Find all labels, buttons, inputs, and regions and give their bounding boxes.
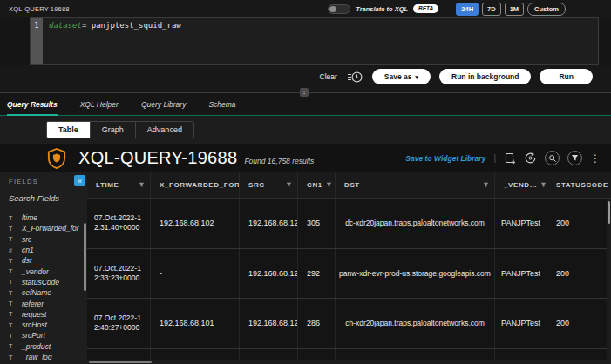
field-type-icon: T [9, 300, 16, 307]
search-results-icon[interactable] [545, 151, 560, 165]
time-range-24h-button[interactable]: 24H [456, 3, 479, 16]
run-in-background-button[interactable]: Run in background [439, 69, 531, 84]
column-header-dst[interactable]: DST [336, 172, 495, 198]
cell-statuscode: 200 [547, 199, 611, 248]
cell-ltime: 07.Oct.2022-12:31:40+0000 [87, 199, 151, 248]
export-icon[interactable] [504, 152, 516, 165]
column-header-ltime[interactable]: LTIME [87, 172, 151, 198]
editor-code-line[interactable]: dataset= panjptest_squid_raw [43, 18, 598, 64]
field-type-icon: T [9, 333, 16, 339]
results-header-actions: Save to Widget Library | [405, 151, 611, 165]
query-history-icon[interactable] [346, 71, 363, 84]
table-row[interactable] [87, 349, 611, 361]
translate-to-xql-label: Translate to XQL [356, 5, 408, 13]
field-item-request[interactable]: Trequest [9, 309, 87, 320]
column-header-x-forwarded-for[interactable]: X_FORWARDED_FOR [151, 172, 240, 198]
tab-query-results[interactable]: Query Results [7, 93, 58, 115]
tab-xql-helper[interactable]: XQL Helper [80, 93, 119, 115]
table-row[interactable]: 07.Oct.2022-12:40:27+0000 192.168.68.101… [87, 299, 611, 349]
view-table-button[interactable]: Table [47, 122, 91, 138]
cell-vendor: PANJPTest [495, 249, 547, 299]
results-query-title: XQL-QUERY-19688 [78, 148, 237, 168]
field-item-cefname[interactable]: TcefName [9, 287, 87, 298]
results-header: XQL-QUERY-19688 Found 16,758 results Sav… [0, 144, 611, 172]
run-button[interactable]: Run [540, 69, 593, 84]
splitter-drag-handle-icon[interactable]: ↕ [300, 88, 309, 97]
xql-query-editor[interactable]: 1 dataset= panjptest_squid_raw [30, 17, 599, 65]
filter-icon[interactable] [286, 182, 292, 188]
top-bar: XQL-QUERY-19688 Translate to XQL BETA 24… [0, 0, 611, 17]
table-vertical-scrollbar[interactable] [607, 199, 611, 360]
code-value: panjptest_squid_raw [92, 21, 181, 30]
filter-icon[interactable] [483, 182, 489, 188]
view-advanced-button[interactable]: Advanced [136, 122, 193, 138]
cell-ltime: 07.Oct.2022-12:40:27+0000 [87, 299, 151, 348]
cell-ltime: 07.Oct.2022-12:33:23+0000 [87, 249, 151, 299]
beta-badge: BETA [413, 4, 438, 13]
scrollbar-thumb[interactable] [608, 201, 610, 224]
more-options-icon[interactable]: ⋮ [590, 152, 601, 165]
filter-icon[interactable] [326, 182, 332, 188]
tab-schema[interactable]: Schema [208, 93, 235, 115]
cell-x-forwarded-for: 192.168.68.101 [151, 299, 240, 348]
table-row[interactable]: 07.Oct.2022-12:33:23+0000 - 192.168.68.1… [87, 249, 611, 300]
cell-vendor: PANJPTest [495, 299, 547, 348]
cell-cn1: 286 [298, 299, 336, 348]
time-range-7d-button[interactable]: 7D [482, 3, 501, 16]
field-item-cn1[interactable]: #cn1 [9, 245, 87, 255]
cell-dst: dc-xdr20japan.traps.paloaltonetworks.com [336, 199, 495, 248]
collapse-fields-icon[interactable]: « [74, 175, 85, 186]
view-graph-button[interactable]: Graph [91, 122, 136, 138]
table-row[interactable]: 07.Oct.2022-12:31:40+0000 192.168.68.102… [87, 199, 611, 249]
filter-icon[interactable] [139, 182, 145, 188]
save-as-button[interactable]: Save as ▾ [372, 69, 431, 84]
field-item-x-forwarded-for[interactable]: TX_Forwarded_for [9, 223, 87, 233]
query-action-row: Clear Save as ▾ Run in background Run [0, 65, 611, 88]
cell-x-forwarded-for: - [151, 249, 240, 299]
field-type-icon: T [9, 290, 16, 296]
field-item-ltime[interactable]: Tltime [9, 212, 87, 223]
field-type-icon: T [9, 226, 16, 232]
tab-query-library[interactable]: Query Library [141, 93, 187, 115]
table-header-row: LTIME X_FORWARDED_FOR SRC CN1 DST _VEND…… [87, 172, 611, 199]
clear-button[interactable]: Clear [320, 72, 337, 81]
save-as-label: Save as [384, 72, 412, 81]
translate-to-xql-toggle[interactable] [328, 4, 350, 14]
cell-src: 192.168.68.12: [240, 199, 298, 248]
field-type-icon: T [9, 322, 16, 328]
cell-x-forwarded-for: 192.168.68.102 [151, 199, 240, 248]
time-range-group: 24H 7D 1M Custom [456, 3, 566, 16]
column-header-vendor[interactable]: _VEND… [495, 172, 547, 198]
field-item-statuscode[interactable]: TstatusCode [9, 277, 87, 287]
time-range-1m-button[interactable]: 1M [505, 3, 524, 16]
cell-vendor: PANJPTest [495, 199, 547, 248]
field-type-icon: T [9, 236, 16, 242]
code-operator: = [82, 21, 92, 30]
table-horizontal-scrollbar[interactable] [0, 360, 611, 364]
scrollbar-thumb[interactable] [89, 361, 152, 363]
field-item-srcport[interactable]: TsrcPort [9, 330, 87, 340]
refresh-icon[interactable] [524, 152, 537, 165]
column-header-statuscode[interactable]: STATUSCODE [547, 172, 611, 198]
results-count-text: Found 16,758 results [244, 157, 314, 165]
field-item-referer[interactable]: Treferer [9, 298, 87, 308]
results-table: LTIME X_FORWARDED_FOR SRC CN1 DST _VEND…… [87, 172, 611, 360]
time-range-custom-button[interactable]: Custom [527, 3, 566, 16]
view-switch-band: Table Graph Advanced [0, 116, 611, 144]
column-header-src[interactable]: SRC [240, 172, 298, 198]
field-item-product[interactable]: T_product [9, 341, 87, 352]
filter-icon[interactable] [540, 182, 547, 188]
filter-results-icon[interactable] [567, 151, 582, 165]
query-window-title: XQL-QUERY-19688 [9, 5, 70, 13]
fields-scrollbar[interactable] [84, 223, 86, 291]
cell-statuscode: 200 [547, 299, 611, 348]
field-item-vendor[interactable]: T_vendor [9, 266, 87, 276]
field-item-src[interactable]: Tsrc [9, 234, 87, 245]
search-fields-input[interactable] [9, 193, 78, 206]
topbar-right-controls: Translate to XQL BETA 24H 7D 1M Custom [328, 3, 602, 16]
cell-dst: ch-xdr20japan.traps.paloaltonetworks.com [336, 299, 495, 348]
field-item-srchost[interactable]: TsrcHost [9, 320, 87, 330]
field-item-dst[interactable]: Tdst [9, 255, 87, 266]
save-to-widget-library-link[interactable]: Save to Widget Library [405, 154, 485, 163]
column-header-cn1[interactable]: CN1 [298, 172, 336, 198]
